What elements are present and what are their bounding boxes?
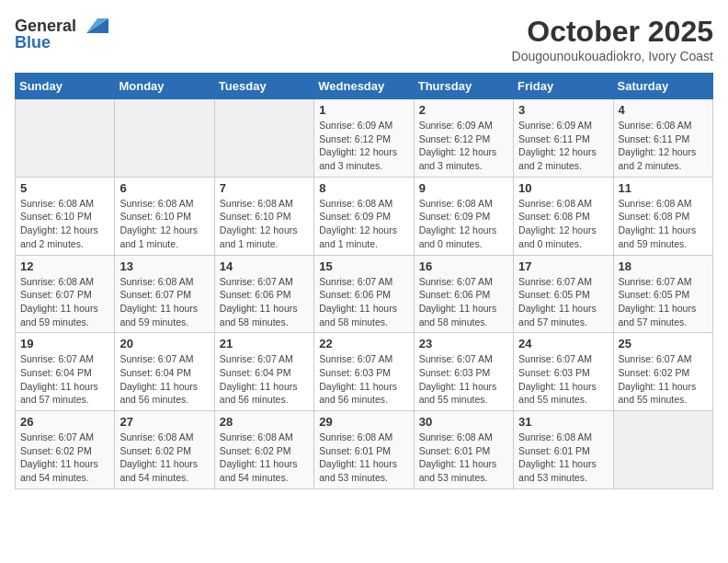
day-cell-1: 1Sunrise: 6:09 AM Sunset: 6:12 PM Daylig… [314,99,414,178]
day-cell-24: 24Sunrise: 6:07 AM Sunset: 6:03 PM Dayli… [514,333,613,411]
calendar-body: 1Sunrise: 6:09 AM Sunset: 6:12 PM Daylig… [16,99,713,489]
day-info-9: Sunrise: 6:08 AM Sunset: 6:09 PM Dayligh… [419,197,508,251]
day-of-week-friday: Friday [514,74,613,99]
day-info-20: Sunrise: 6:07 AM Sunset: 6:04 PM Dayligh… [119,352,209,407]
day-info-28: Sunrise: 6:08 AM Sunset: 6:02 PM Dayligh… [220,431,309,485]
day-number-19: 19 [20,337,109,350]
empty-cell [613,411,712,489]
day-info-16: Sunrise: 6:07 AM Sunset: 6:06 PM Dayligh… [419,275,508,329]
day-of-week-thursday: Thursday [414,74,513,99]
day-info-2: Sunrise: 6:09 AM Sunset: 6:12 PM Dayligh… [419,119,508,173]
day-cell-4: 4Sunrise: 6:08 AM Sunset: 6:11 PM Daylig… [613,99,712,178]
day-number-8: 8 [319,181,408,195]
day-number-11: 11 [619,181,708,195]
week-row-5: 26Sunrise: 6:07 AM Sunset: 6:02 PM Dayli… [16,411,713,489]
day-info-31: Sunrise: 6:08 AM Sunset: 6:01 PM Dayligh… [518,431,608,485]
day-number-12: 12 [20,259,109,273]
logo-blue-text: Blue [15,33,51,52]
day-info-17: Sunrise: 6:07 AM Sunset: 6:05 PM Dayligh… [518,275,608,329]
day-info-12: Sunrise: 6:08 AM Sunset: 6:07 PM Dayligh… [20,275,109,329]
day-number-14: 14 [220,259,309,273]
day-number-28: 28 [220,415,309,429]
day-cell-31: 31Sunrise: 6:08 AM Sunset: 6:01 PM Dayli… [514,411,613,489]
day-cell-14: 14Sunrise: 6:07 AM Sunset: 6:06 PM Dayli… [214,255,313,333]
day-cell-28: 28Sunrise: 6:08 AM Sunset: 6:02 PM Dayli… [214,411,313,489]
day-cell-16: 16Sunrise: 6:07 AM Sunset: 6:06 PM Dayli… [414,255,513,333]
day-cell-27: 27Sunrise: 6:08 AM Sunset: 6:02 PM Dayli… [115,411,214,489]
day-cell-2: 2Sunrise: 6:09 AM Sunset: 6:12 PM Daylig… [414,99,513,178]
empty-cell [16,99,115,178]
day-number-29: 29 [319,415,408,429]
day-cell-17: 17Sunrise: 6:07 AM Sunset: 6:05 PM Dayli… [514,255,613,333]
location: Dougounoukouadiokro, Ivory Coast [512,49,713,63]
day-info-7: Sunrise: 6:08 AM Sunset: 6:10 PM Dayligh… [220,197,309,251]
day-number-18: 18 [619,259,708,273]
day-cell-10: 10Sunrise: 6:08 AM Sunset: 6:08 PM Dayli… [514,177,613,255]
day-cell-23: 23Sunrise: 6:07 AM Sunset: 6:03 PM Dayli… [414,333,513,411]
day-of-week-sunday: Sunday [16,74,115,99]
day-cell-3: 3Sunrise: 6:09 AM Sunset: 6:11 PM Daylig… [514,99,613,178]
day-cell-11: 11Sunrise: 6:08 AM Sunset: 6:08 PM Dayli… [613,177,712,255]
day-of-week-saturday: Saturday [613,74,712,99]
day-info-26: Sunrise: 6:07 AM Sunset: 6:02 PM Dayligh… [20,431,109,485]
day-info-30: Sunrise: 6:08 AM Sunset: 6:01 PM Dayligh… [419,431,508,485]
day-info-8: Sunrise: 6:08 AM Sunset: 6:09 PM Dayligh… [319,197,408,251]
calendar-table: SundayMondayTuesdayWednesdayThursdayFrid… [15,73,713,489]
day-cell-25: 25Sunrise: 6:07 AM Sunset: 6:02 PM Dayli… [613,333,712,411]
empty-cell [214,99,313,178]
day-info-29: Sunrise: 6:08 AM Sunset: 6:01 PM Dayligh… [319,431,408,485]
day-number-13: 13 [119,259,209,273]
day-cell-20: 20Sunrise: 6:07 AM Sunset: 6:04 PM Dayli… [115,333,214,411]
day-info-19: Sunrise: 6:07 AM Sunset: 6:04 PM Dayligh… [20,352,109,407]
day-info-21: Sunrise: 6:07 AM Sunset: 6:04 PM Dayligh… [220,352,309,407]
day-number-27: 27 [119,415,209,429]
day-cell-8: 8Sunrise: 6:08 AM Sunset: 6:09 PM Daylig… [314,177,414,255]
header: General Blue October 2025 Dougounoukouad… [15,15,713,63]
day-info-22: Sunrise: 6:07 AM Sunset: 6:03 PM Dayligh… [319,352,408,407]
day-number-17: 17 [518,259,608,273]
day-number-15: 15 [319,259,408,273]
day-cell-21: 21Sunrise: 6:07 AM Sunset: 6:04 PM Dayli… [214,333,313,411]
day-number-30: 30 [419,415,508,429]
day-cell-26: 26Sunrise: 6:07 AM Sunset: 6:02 PM Dayli… [16,411,115,489]
day-info-15: Sunrise: 6:07 AM Sunset: 6:06 PM Dayligh… [319,275,408,329]
day-cell-12: 12Sunrise: 6:08 AM Sunset: 6:07 PM Dayli… [16,255,115,333]
day-of-week-monday: Monday [115,74,214,99]
day-info-6: Sunrise: 6:08 AM Sunset: 6:10 PM Dayligh… [119,197,209,251]
week-row-4: 19Sunrise: 6:07 AM Sunset: 6:04 PM Dayli… [16,333,713,411]
day-number-1: 1 [319,103,408,117]
day-number-7: 7 [220,181,309,195]
day-cell-9: 9Sunrise: 6:08 AM Sunset: 6:09 PM Daylig… [414,177,513,255]
day-info-5: Sunrise: 6:08 AM Sunset: 6:10 PM Dayligh… [20,197,109,251]
week-row-2: 5Sunrise: 6:08 AM Sunset: 6:10 PM Daylig… [16,177,713,255]
day-cell-13: 13Sunrise: 6:08 AM Sunset: 6:07 PM Dayli… [115,255,214,333]
day-info-11: Sunrise: 6:08 AM Sunset: 6:08 PM Dayligh… [619,197,708,251]
day-number-3: 3 [518,103,608,117]
days-of-week-row: SundayMondayTuesdayWednesdayThursdayFrid… [16,74,713,99]
day-cell-5: 5Sunrise: 6:08 AM Sunset: 6:10 PM Daylig… [16,177,115,255]
day-number-22: 22 [319,337,408,350]
day-number-5: 5 [20,181,109,195]
day-number-2: 2 [419,103,508,117]
day-number-25: 25 [619,337,708,350]
day-number-6: 6 [119,181,209,195]
calendar-header: SundayMondayTuesdayWednesdayThursdayFrid… [16,74,713,99]
day-cell-19: 19Sunrise: 6:07 AM Sunset: 6:04 PM Dayli… [16,333,115,411]
day-info-23: Sunrise: 6:07 AM Sunset: 6:03 PM Dayligh… [419,352,508,407]
day-number-9: 9 [419,181,508,195]
day-info-24: Sunrise: 6:07 AM Sunset: 6:03 PM Dayligh… [518,352,608,407]
day-number-10: 10 [518,181,608,195]
day-info-13: Sunrise: 6:08 AM Sunset: 6:07 PM Dayligh… [119,275,209,329]
day-info-14: Sunrise: 6:07 AM Sunset: 6:06 PM Dayligh… [220,275,309,329]
day-info-1: Sunrise: 6:09 AM Sunset: 6:12 PM Dayligh… [319,119,408,173]
day-cell-29: 29Sunrise: 6:08 AM Sunset: 6:01 PM Dayli… [314,411,414,489]
day-cell-22: 22Sunrise: 6:07 AM Sunset: 6:03 PM Dayli… [314,333,414,411]
day-cell-30: 30Sunrise: 6:08 AM Sunset: 6:01 PM Dayli… [414,411,513,489]
day-number-23: 23 [419,337,508,350]
title-area: October 2025 Dougounoukouadiokro, Ivory … [512,15,713,63]
day-number-16: 16 [419,259,508,273]
day-cell-15: 15Sunrise: 6:07 AM Sunset: 6:06 PM Dayli… [314,255,414,333]
logo-icon [79,15,108,37]
week-row-3: 12Sunrise: 6:08 AM Sunset: 6:07 PM Dayli… [16,255,713,333]
day-number-31: 31 [518,415,608,429]
